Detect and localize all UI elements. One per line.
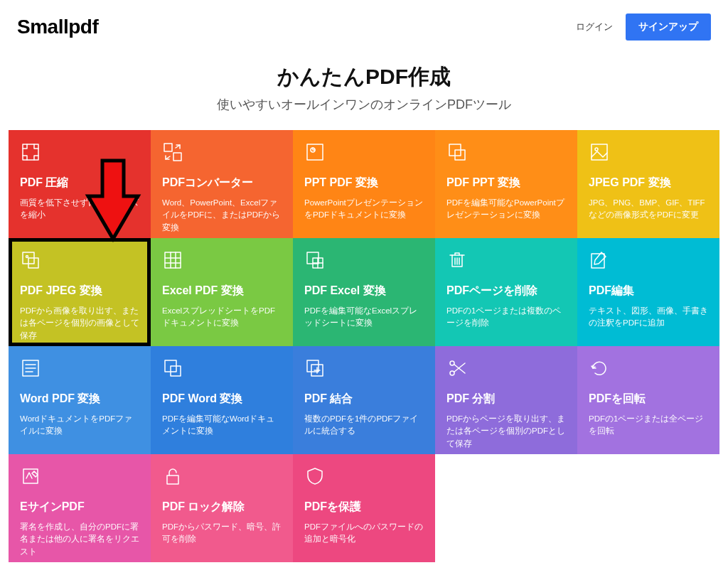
tool-pdf-to-word[interactable]: PDF Word 変換 PDFを編集可能なWordドキュメントに変換 <box>151 346 293 454</box>
tool-esign-pdf[interactable]: EサインPDF 署名を作成し、自分のPDFに署名または他の人に署名をリクエスト <box>9 454 151 562</box>
app-header: Smallpdf ログイン サインアップ <box>0 0 728 43</box>
tool-desc: PDFからパスワード、暗号、許可を削除 <box>162 521 282 546</box>
svg-rect-7 <box>592 144 607 160</box>
tool-compress[interactable]: PDF 圧縮 画質を低下させずにPDFサイズを縮小 <box>9 130 151 238</box>
logo[interactable]: Smallpdf <box>17 16 98 38</box>
svg-rect-6 <box>455 150 465 160</box>
scissors-icon <box>446 358 468 379</box>
tool-desc: 複数のPDFを1件のPDFファイルに統合する <box>304 413 424 438</box>
tool-title: EサインPDF <box>20 500 139 514</box>
sign-icon <box>20 466 41 487</box>
excel-icon <box>162 249 183 271</box>
rotate-icon <box>589 358 610 379</box>
tool-desc: Word、PowerPoint、ExcelファイルをPDFに、またはPDFから変… <box>162 197 282 234</box>
tool-merge-pdf[interactable]: PDF 結合 複数のPDFを1件のPDFファイルに統合する <box>293 346 435 454</box>
tool-title: PDF ロック解除 <box>162 500 282 514</box>
svg-rect-3 <box>307 144 323 160</box>
tool-desc: 署名を作成し、自分のPDFに署名または他の人に署名をリクエスト <box>20 521 139 558</box>
image-icon <box>589 141 610 163</box>
tool-title: PDF Word 変換 <box>162 392 282 406</box>
svg-rect-1 <box>164 144 172 151</box>
tool-desc: PDFの1ページまたは全ページを回転 <box>589 413 708 438</box>
signup-button[interactable]: サインアップ <box>626 14 711 41</box>
svg-rect-10 <box>28 258 38 268</box>
tool-desc: テキスト、図形、画像、手書きの注釈をPDFに追加 <box>589 305 708 330</box>
ppt-out-icon <box>446 141 468 163</box>
tool-desc: ExcelスプレッドシートをPDFドキュメントに変換 <box>162 305 282 330</box>
tool-pdf-to-ppt[interactable]: PDF PPT 変換 PDFを編集可能なPowerPointプレゼンテーションに… <box>435 130 577 238</box>
svg-rect-2 <box>173 153 181 161</box>
tool-title: PDF PPT 変換 <box>446 176 566 190</box>
login-link[interactable]: ログイン <box>576 21 613 33</box>
hero-title: かんたんPDF作成 <box>0 63 728 92</box>
tool-title: JPEG PDF 変換 <box>589 176 708 190</box>
tool-desc: PDFファイルへのパスワードの追加と暗号化 <box>304 521 424 546</box>
edit-icon <box>589 249 610 271</box>
tool-title: PDFを保護 <box>304 500 424 514</box>
svg-rect-12 <box>165 252 181 268</box>
tool-desc: PDFを編集可能なPowerPointプレゼンテーションに変換 <box>446 197 566 222</box>
hero-section: かんたんPDF作成 使いやすいオールインワンのオンラインPDFツール <box>0 63 728 113</box>
tool-edit-pdf[interactable]: PDF編集 テキスト、図形、画像、手書きの注釈をPDFに追加 <box>577 238 719 346</box>
word-out-icon <box>162 358 183 379</box>
tool-pdf-to-excel[interactable]: PDF Excel 変換 PDFを編集可能なExcelスプレッドシートに変換 <box>293 238 435 346</box>
tool-converter[interactable]: PDFコンバーター Word、PowerPoint、ExcelファイルをPDFに… <box>151 130 293 238</box>
merge-icon <box>304 358 326 379</box>
svg-rect-30 <box>171 366 181 376</box>
tool-title: PDF 圧縮 <box>20 176 139 190</box>
tool-title: Word PDF 変換 <box>20 392 139 406</box>
tool-desc: 画質を低下させずにPDFサイズを縮小 <box>20 197 139 222</box>
tools-grid: PDF 圧縮 画質を低下させずにPDFサイズを縮小 PDFコンバーター Word… <box>9 130 719 562</box>
tool-title: PPT PDF 変換 <box>304 176 424 190</box>
svg-rect-40 <box>167 475 178 484</box>
tool-jpg-to-pdf[interactable]: JPEG PDF 変換 JPG、PNG、BMP、GIF、TIFFなどの画像形式を… <box>577 130 719 238</box>
tool-desc: WordドキュメントをPDFファイルに変換 <box>20 413 139 438</box>
unlock-icon <box>162 466 183 487</box>
hero-subtitle: 使いやすいオールインワンのオンラインPDFツール <box>0 96 728 113</box>
tool-desc: PDFから画像を取り出す、または各ページを個別の画像として保存 <box>20 305 139 342</box>
word-icon <box>20 358 41 379</box>
convert-icon <box>162 141 183 163</box>
compress-icon <box>20 141 41 163</box>
tool-title: PDF 結合 <box>304 392 424 406</box>
svg-point-8 <box>595 148 598 151</box>
tool-desc: PDFの1ページまたは複数のページを削除 <box>446 305 566 330</box>
tool-desc: JPG、PNG、BMP、GIF、TIFFなどの画像形式をPDFに変更 <box>589 197 708 222</box>
tool-title: PDF JPEG 変換 <box>20 284 139 298</box>
tool-desc: PDFを編集可能なWordドキュメントに変換 <box>162 413 282 438</box>
svg-line-38 <box>454 363 466 372</box>
tool-title: PDF Excel 変換 <box>304 284 424 298</box>
tool-protect-pdf[interactable]: PDFを保護 PDFファイルへのパスワードの追加と暗号化 <box>293 454 435 562</box>
tool-ppt-to-pdf[interactable]: PPT PDF 変換 PowerPointプレゼンテーションをPDFドキュメント… <box>293 130 435 238</box>
tool-word-to-pdf[interactable]: Word PDF 変換 WordドキュメントをPDFファイルに変換 <box>9 346 151 454</box>
tool-title: PDF編集 <box>589 284 708 298</box>
tool-rotate-pdf[interactable]: PDFを回転 PDFの1ページまたは全ページを回転 <box>577 346 719 454</box>
tool-title: PDFを回転 <box>589 392 708 406</box>
tool-delete-pages[interactable]: PDFページを削除 PDFの1ページまたは複数のページを削除 <box>435 238 577 346</box>
shield-icon <box>304 466 326 487</box>
tool-desc: PDFを編集可能なExcelスプレッドシートに変換 <box>304 305 424 330</box>
tool-title: PDFページを削除 <box>446 284 566 298</box>
header-actions: ログイン サインアップ <box>576 14 711 41</box>
svg-line-37 <box>454 365 466 374</box>
svg-rect-0 <box>23 144 38 160</box>
tool-excel-to-pdf[interactable]: Excel PDF 変換 ExcelスプレッドシートをPDFドキュメントに変換 <box>151 238 293 346</box>
excel-out-icon <box>304 249 326 271</box>
image-out-icon <box>20 249 41 271</box>
ppt-icon <box>304 141 326 163</box>
tool-desc: PDFからページを取り出す、または各ページを個別のPDFとして保存 <box>446 413 566 450</box>
svg-point-11 <box>26 256 28 258</box>
tool-desc: PowerPointプレゼンテーションをPDFドキュメントに変換 <box>304 197 424 222</box>
tool-pdf-to-jpg[interactable]: PDF JPEG 変換 PDFから画像を取り出す、または各ページを個別の画像とし… <box>9 238 151 346</box>
tool-title: Excel PDF 変換 <box>162 284 282 298</box>
tool-title: PDF 分割 <box>446 392 566 406</box>
tool-split-pdf[interactable]: PDF 分割 PDFからページを取り出す、または各ページを個別のPDFとして保存 <box>435 346 577 454</box>
tool-unlock-pdf[interactable]: PDF ロック解除 PDFからパスワード、暗号、許可を削除 <box>151 454 293 562</box>
trash-icon <box>446 249 468 271</box>
tool-title: PDFコンバーター <box>162 176 282 190</box>
